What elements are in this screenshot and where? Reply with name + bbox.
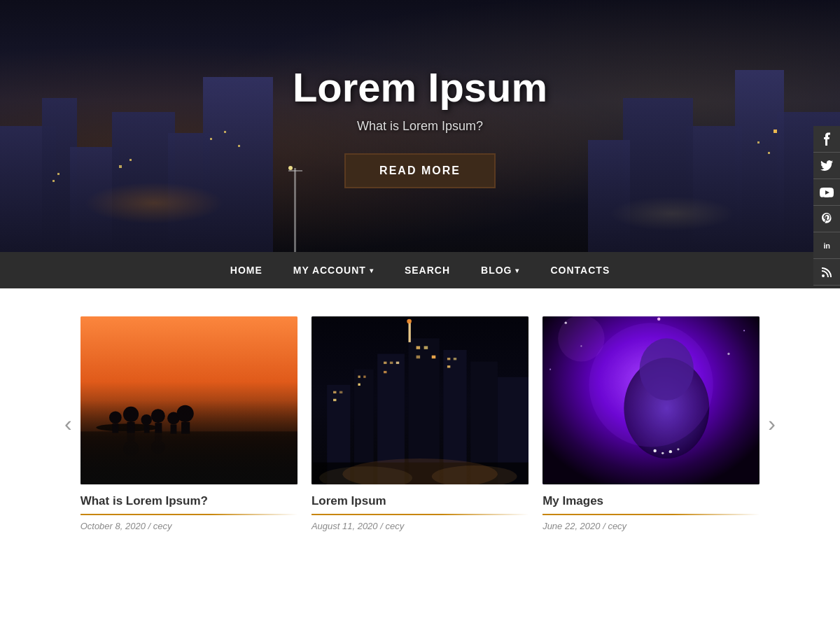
- svg-rect-42: [447, 358, 450, 360]
- navbar: HOME MY ACCOUNT ▾ SEARCH BLOG ▾ CONTACTS: [0, 252, 840, 288]
- svg-point-8: [141, 414, 152, 426]
- carousel-prev[interactable]: ‹: [56, 411, 80, 437]
- youtube-icon[interactable]: [813, 179, 840, 206]
- svg-rect-34: [384, 362, 386, 364]
- facebook-icon[interactable]: [813, 126, 840, 153]
- svg-rect-33: [358, 384, 360, 386]
- svg-point-66: [589, 323, 713, 447]
- hero-title: Lorem Ipsum: [293, 64, 547, 111]
- svg-rect-32: [363, 376, 365, 378]
- linkedin-icon[interactable]: in: [813, 232, 840, 259]
- card-meta-2: August 11, 2020 / cecy: [312, 521, 528, 531]
- svg-rect-13: [170, 424, 176, 433]
- svg-point-50: [407, 319, 412, 324]
- svg-rect-38: [416, 346, 420, 349]
- card-meta-1: October 8, 2020 / cecy: [80, 521, 298, 531]
- card-divider-2: [312, 514, 528, 515]
- blog-arrow: ▾: [515, 267, 519, 274]
- svg-point-62: [654, 449, 657, 452]
- svg-point-4: [109, 412, 122, 424]
- svg-rect-40: [416, 356, 420, 358]
- my-account-arrow: ▾: [370, 267, 374, 274]
- svg-rect-29: [340, 391, 342, 393]
- svg-rect-36: [396, 362, 399, 364]
- svg-point-10: [150, 409, 164, 423]
- cards-container: What is Lorem Ipsum? October 8, 2020 / c…: [80, 316, 760, 531]
- card-divider-1: [80, 514, 298, 515]
- svg-rect-9: [144, 425, 150, 433]
- hero-subtitle: What is Lorem Ipsum?: [293, 119, 547, 134]
- card-title-3[interactable]: My Images: [542, 494, 760, 508]
- svg-rect-1: [80, 316, 298, 484]
- card-image-1[interactable]: [80, 316, 298, 484]
- svg-rect-39: [424, 346, 428, 349]
- nav-search[interactable]: SEARCH: [389, 253, 465, 287]
- svg-rect-31: [358, 376, 360, 378]
- card-title-2[interactable]: Lorem Ipsum: [312, 494, 528, 508]
- nav-contacts[interactable]: CONTACTS: [535, 253, 625, 287]
- svg-rect-2: [80, 431, 298, 484]
- carousel-next[interactable]: ›: [760, 411, 784, 437]
- svg-rect-30: [333, 399, 336, 401]
- social-sidebar: in: [813, 126, 840, 286]
- svg-rect-43: [454, 358, 456, 360]
- svg-rect-5: [112, 424, 118, 433]
- card-1: What is Lorem Ipsum? October 8, 2020 / c…: [80, 316, 298, 531]
- hero-content: Lorem Ipsum What is Lorem Ipsum? READ MO…: [293, 64, 547, 188]
- svg-rect-35: [390, 362, 393, 364]
- pinterest-icon[interactable]: [813, 206, 840, 232]
- twitter-icon[interactable]: [813, 153, 840, 179]
- svg-point-54: [657, 317, 660, 320]
- svg-point-64: [669, 450, 672, 453]
- card-2: Lorem Ipsum August 11, 2020 / cecy: [312, 316, 528, 531]
- read-more-button[interactable]: READ MORE: [344, 153, 496, 188]
- svg-rect-41: [432, 356, 436, 358]
- svg-point-56: [743, 330, 745, 331]
- card-divider-3: [542, 514, 760, 515]
- svg-rect-49: [408, 323, 410, 342]
- nav-blog[interactable]: BLOG ▾: [465, 253, 535, 287]
- svg-point-12: [167, 412, 180, 425]
- card-title-1[interactable]: What is Lorem Ipsum?: [80, 494, 298, 508]
- hero-section: Lorem Ipsum What is Lorem Ipsum? READ MO…: [0, 0, 840, 252]
- svg-point-59: [550, 369, 551, 370]
- card-image-2[interactable]: [312, 316, 528, 484]
- svg-point-6: [123, 407, 139, 422]
- main-content: ‹: [0, 288, 840, 559]
- svg-point-58: [727, 353, 729, 355]
- card-meta-3: June 22, 2020 / cecy: [542, 521, 760, 531]
- carousel: ‹: [56, 316, 784, 531]
- svg-point-3: [96, 424, 158, 431]
- svg-rect-19: [155, 430, 162, 440]
- nav-my-account[interactable]: MY ACCOUNT ▾: [278, 253, 389, 287]
- card-3: My Images June 22, 2020 / cecy: [542, 316, 760, 531]
- svg-rect-44: [447, 365, 450, 368]
- svg-point-65: [677, 448, 679, 450]
- svg-point-14: [176, 405, 193, 422]
- svg-point-63: [662, 452, 664, 454]
- svg-rect-28: [333, 391, 336, 393]
- svg-point-16: [123, 441, 139, 456]
- svg-rect-15: [181, 422, 190, 434]
- svg-point-18: [150, 440, 164, 454]
- svg-rect-17: [127, 430, 134, 441]
- svg-point-67: [558, 316, 604, 362]
- nav-home[interactable]: HOME: [215, 253, 278, 287]
- rss-icon[interactable]: [813, 259, 840, 286]
- svg-rect-11: [155, 423, 162, 433]
- svg-point-0: [822, 274, 825, 277]
- card-image-3[interactable]: [542, 316, 760, 484]
- svg-rect-37: [384, 371, 386, 373]
- svg-rect-7: [127, 422, 134, 433]
